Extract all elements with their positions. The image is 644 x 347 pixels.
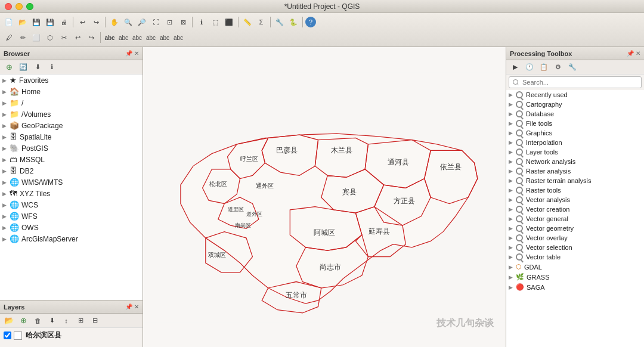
layers-add-btn[interactable]: ⊕ (17, 314, 30, 327)
zoom-in-button[interactable]: 🔍 (122, 16, 135, 29)
toolbox-item[interactable]: ▶Raster terrain analysis (506, 176, 644, 185)
browser-item[interactable]: ▶🌐WCS (0, 199, 143, 210)
toolbox-item[interactable]: ▶Layer tools (506, 147, 644, 157)
layers-filter-btn[interactable]: ⬇ (45, 314, 58, 327)
browser-pin-icon[interactable]: 📌 (125, 50, 132, 57)
save-project-button[interactable]: 💾 (30, 16, 43, 29)
layer-checkbox[interactable] (4, 331, 11, 339)
measure-button[interactable]: 📏 (241, 16, 254, 29)
digitize-btn1[interactable]: 🖊 (2, 31, 16, 44)
identify-button[interactable]: ℹ (195, 16, 208, 29)
layers-close-icon[interactable]: ✕ (134, 303, 139, 310)
digitize-btn7[interactable]: ↪ (85, 31, 98, 44)
label-btn2[interactable]: abc (117, 31, 130, 44)
layers-collapse-btn[interactable]: ⊟ (88, 314, 101, 327)
toolbox-item[interactable]: ▶Database (506, 109, 644, 119)
map-area[interactable]: 巴彦县 木兰县 通河县 依兰县 呼兰区 松北区 通外区 宾县 方正县 道里区 道… (143, 47, 506, 347)
label-btn4[interactable]: abc (144, 31, 157, 44)
digitize-btn3[interactable]: ⬜ (30, 31, 43, 44)
item-icon: 🗄 (10, 132, 17, 141)
browser-item[interactable]: ▶🗃MSSQL (0, 154, 143, 165)
toolbox-options-btn[interactable]: ⚙ (552, 61, 565, 74)
toolbox-item[interactable]: ▶File tools (506, 119, 644, 128)
label-btn6[interactable]: abc (172, 31, 185, 44)
open-project-button[interactable]: 📂 (16, 16, 29, 29)
pan-button[interactable]: ✋ (108, 16, 121, 29)
browser-filter-btn[interactable]: ⬇ (31, 61, 44, 74)
print-button[interactable]: 🖨 (57, 16, 70, 29)
help-button[interactable]: ? (305, 17, 316, 27)
toolbox-script-btn[interactable]: 🔧 (566, 61, 579, 74)
toolbox-item[interactable]: ▶Vector overlay (506, 233, 644, 243)
search-input[interactable] (509, 76, 642, 88)
toolbox-run-btn[interactable]: ▶ (509, 61, 522, 74)
layer-item[interactable]: 哈尔滨区县 (0, 328, 143, 343)
undo-button[interactable]: ↩ (76, 16, 89, 29)
minimize-button[interactable] (16, 3, 23, 10)
digitize-btn5[interactable]: ✂ (57, 31, 70, 44)
toolbox-close-icon[interactable]: ✕ (636, 50, 640, 57)
browser-item[interactable]: ▶🌐WMS/WMTS (0, 176, 143, 188)
digitize-btn4[interactable]: ⬡ (44, 31, 57, 44)
layers-sort-btn[interactable]: ↕ (60, 314, 73, 327)
toolbox-item[interactable]: ▶Raster tools (506, 185, 644, 195)
zoom-out-button[interactable]: 🔎 (135, 16, 148, 29)
zoom-select-button[interactable]: ⊠ (177, 16, 190, 29)
browser-item[interactable]: ▶★Favorites (0, 75, 143, 86)
toolbox-item[interactable]: ▶Network analysis (506, 157, 644, 166)
browser-item[interactable]: ▶🐘PostGIS (0, 142, 143, 154)
toolbox-item[interactable]: ▶Vector analysis (506, 195, 644, 205)
toolbox-item[interactable]: ▶Interpolation (506, 138, 644, 147)
plugins-button[interactable]: 🔧 (273, 16, 286, 29)
save-as-button[interactable]: 💾 (44, 16, 57, 29)
layers-pin-icon[interactable]: 📌 (125, 303, 132, 310)
browser-item[interactable]: ▶🌐WFS (0, 210, 143, 222)
new-project-button[interactable]: 📄 (2, 16, 16, 29)
toolbox-item[interactable]: ▶Recently used (506, 90, 644, 100)
zoom-layer-button[interactable]: ⊡ (163, 16, 176, 29)
browser-item[interactable]: ▶📁/Volumes (0, 109, 143, 120)
toolbox-item[interactable]: ▶Vector selection (506, 243, 644, 252)
browser-item[interactable]: ▶🌐ArcGisMapServer (0, 233, 143, 244)
redo-button[interactable]: ↪ (89, 16, 103, 29)
maximize-button[interactable] (26, 3, 33, 10)
browser-item[interactable]: ▶📦GeoPackage (0, 120, 143, 131)
toolbox-item[interactable]: ▶Graphics (506, 128, 644, 138)
field-calc-button[interactable]: Σ (255, 16, 268, 29)
browser-add-btn[interactable]: ⊕ (2, 61, 16, 74)
digitize-btn6[interactable]: ↩ (71, 31, 84, 44)
toolbox-item[interactable]: ▶Vector geometry (506, 224, 644, 233)
browser-item[interactable]: ▶🗄SpatiaLite (0, 131, 143, 142)
toolbox-item[interactable]: ▶Vector table (506, 252, 644, 262)
browser-item[interactable]: ▶📁/ (0, 97, 143, 109)
toolbox-results-btn[interactable]: 📋 (537, 61, 550, 74)
toolbox-item[interactable]: ▶⬡GDAL (506, 262, 644, 272)
python-button[interactable]: 🐍 (287, 16, 300, 29)
browser-item[interactable]: ▶🗄DB2 (0, 165, 143, 176)
toolbox-item[interactable]: ▶Cartography (506, 100, 644, 109)
toolbox-history-btn[interactable]: 🕐 (523, 61, 536, 74)
digitize-btn2[interactable]: ✏ (16, 31, 29, 44)
layers-expand-btn[interactable]: ⊞ (74, 314, 87, 327)
layers-remove-btn[interactable]: 🗑 (31, 314, 44, 327)
layers-open-btn[interactable]: 📂 (2, 314, 16, 327)
browser-item[interactable]: ▶🌐OWS (0, 222, 143, 233)
label-btn5[interactable]: abc (158, 31, 171, 44)
browser-info-btn[interactable]: ℹ (45, 61, 58, 74)
browser-item[interactable]: ▶🗺XYZ Tiles (0, 188, 143, 199)
toolbox-pin-icon[interactable]: 📌 (627, 50, 634, 57)
select-button[interactable]: ⬚ (209, 16, 222, 29)
browser-item[interactable]: ▶🏠Home (0, 86, 143, 97)
browser-refresh-btn[interactable]: 🔄 (17, 61, 30, 74)
toolbox-item[interactable]: ▶Raster analysis (506, 166, 644, 176)
toolbox-item[interactable]: ▶🌿GRASS (506, 272, 644, 282)
label-btn3[interactable]: abc (131, 31, 144, 44)
toolbox-item[interactable]: ▶🔴SAGA (506, 282, 644, 292)
toolbox-item[interactable]: ▶Vector general (506, 214, 644, 224)
label-btn1[interactable]: abc (103, 31, 116, 44)
browser-close-icon[interactable]: ✕ (134, 50, 139, 57)
toolbox-item[interactable]: ▶Vector creation (506, 205, 644, 214)
deselect-button[interactable]: ⬛ (222, 16, 236, 29)
zoom-full-button[interactable]: ⛶ (149, 16, 162, 29)
close-button[interactable] (5, 3, 12, 10)
